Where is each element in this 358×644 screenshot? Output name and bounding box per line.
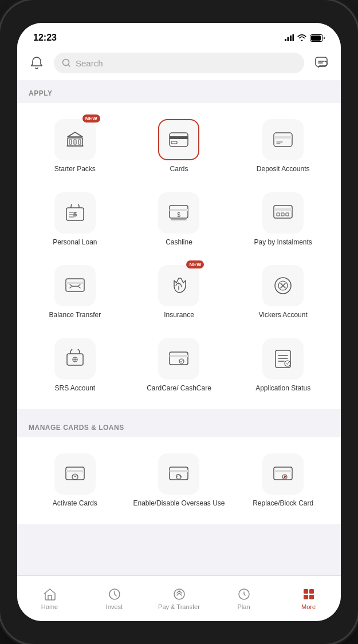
apply-grid-container: NEW Starter Packs xyxy=(17,103,341,409)
cards-item[interactable]: Cards xyxy=(128,112,230,181)
svg-rect-7 xyxy=(316,57,327,66)
vickers-account-label: Vickers Account xyxy=(259,311,308,320)
cashline-icon-box: $ xyxy=(158,192,199,234)
svg-rect-9 xyxy=(69,140,72,144)
deposit-accounts-icon-box xyxy=(262,119,304,160)
svg-rect-51 xyxy=(304,595,308,599)
loan-icon: $ xyxy=(65,204,85,222)
insurance-icon-box: NEW xyxy=(158,265,199,306)
phone-screen: 12:23 xyxy=(17,23,341,621)
vickers-icon xyxy=(273,276,293,295)
pay-transfer-label: Pay & Transfer xyxy=(158,603,200,610)
svg-rect-20 xyxy=(170,209,188,211)
bell-button[interactable] xyxy=(26,53,47,73)
vickers-account-item[interactable]: Vickers Account xyxy=(232,258,334,327)
svg-rect-49 xyxy=(304,589,308,594)
svg-rect-15 xyxy=(274,133,292,147)
svg-rect-13 xyxy=(170,136,188,139)
cards-icon-box xyxy=(158,119,199,160)
svg-rect-30 xyxy=(170,352,188,365)
home-icon xyxy=(42,587,57,602)
application-status-item[interactable]: Application Status xyxy=(232,331,334,400)
manage-grid-container: Activate Cards xyxy=(17,437,341,524)
srs-icon xyxy=(65,349,85,369)
more-label: More xyxy=(301,603,316,610)
svg-rect-38 xyxy=(170,467,188,480)
search-placeholder: Search xyxy=(76,58,103,68)
transfer-icon xyxy=(65,278,85,294)
notch xyxy=(133,0,225,17)
application-status-label: Application Status xyxy=(255,384,310,393)
apply-grid: NEW Starter Packs xyxy=(24,112,334,400)
deposit-icon xyxy=(273,132,293,147)
svg-text:$: $ xyxy=(73,211,77,218)
card-icon xyxy=(169,132,188,147)
plan-icon xyxy=(237,587,251,602)
replace-icon xyxy=(273,466,293,482)
srs-account-icon-box xyxy=(54,338,96,380)
manage-section-header: MANAGE CARDS & LOANS xyxy=(17,414,341,437)
signal-icon xyxy=(285,34,294,41)
cashline-item[interactable]: $ Cashline xyxy=(128,185,230,254)
personal-loan-item[interactable]: $ Personal Loan xyxy=(24,185,126,254)
personal-loan-icon-box: $ xyxy=(54,192,96,234)
starter-packs-label: Starter Packs xyxy=(54,165,96,174)
svg-rect-36 xyxy=(66,470,84,472)
insurance-item[interactable]: NEW Insurance xyxy=(128,258,230,327)
insurance-badge: NEW xyxy=(186,260,204,268)
cardcare-cashcare-icon-box xyxy=(158,338,199,380)
svg-rect-39 xyxy=(170,470,188,472)
nav-more[interactable]: More xyxy=(276,582,341,615)
pay-by-instalments-icon-box xyxy=(262,192,304,234)
svg-rect-52 xyxy=(309,595,314,599)
cardcare-icon xyxy=(169,351,188,367)
replace-block-card-item[interactable]: Replace/Block Card xyxy=(232,447,334,515)
svg-rect-2 xyxy=(290,35,292,41)
personal-loan-label: Personal Loan xyxy=(53,238,97,247)
activate-icon xyxy=(65,466,85,482)
chat-icon xyxy=(315,57,328,69)
pay-by-instalments-label: Pay by Instalments xyxy=(254,238,312,247)
activate-cards-item[interactable]: Activate Cards xyxy=(24,447,126,515)
svg-rect-5 xyxy=(311,35,321,41)
svg-rect-16 xyxy=(274,136,292,139)
starter-packs-icon-box: NEW xyxy=(54,119,96,160)
search-bar[interactable]: Search xyxy=(54,53,304,73)
cardcare-cashcare-item[interactable]: CardCare/ CashCare xyxy=(128,331,230,400)
search-icon xyxy=(62,58,71,68)
pay-icon xyxy=(172,587,187,602)
svg-rect-24 xyxy=(66,279,84,291)
svg-rect-0 xyxy=(285,39,286,41)
home-label: Home xyxy=(41,603,58,610)
plan-label: Plan xyxy=(237,603,250,610)
enable-disable-overseas-icon-box xyxy=(158,453,199,495)
enable-disable-overseas-item[interactable]: Enable/Disable Overseas Use xyxy=(128,447,230,515)
deposit-accounts-label: Deposit Accounts xyxy=(257,165,310,174)
bank-icon xyxy=(65,130,85,149)
nav-home[interactable]: Home xyxy=(17,582,82,615)
pay-by-instalments-item[interactable]: Pay by Instalments xyxy=(232,185,334,254)
nav-pay-transfer[interactable]: Pay & Transfer xyxy=(147,582,211,615)
svg-rect-22 xyxy=(274,206,292,218)
svg-rect-35 xyxy=(66,467,84,480)
status-icons xyxy=(285,34,325,42)
cashline-icon: $ xyxy=(169,205,188,221)
cards-label: Cards xyxy=(170,165,188,174)
starter-packs-badge: NEW xyxy=(82,114,100,123)
starter-packs-item[interactable]: NEW Starter Packs xyxy=(24,112,126,181)
svg-text:$: $ xyxy=(178,212,181,218)
deposit-accounts-item[interactable]: Deposit Accounts xyxy=(232,112,334,181)
nav-plan[interactable]: Plan xyxy=(211,582,276,615)
srs-account-item[interactable]: SRS Account xyxy=(24,331,126,400)
chat-button[interactable] xyxy=(311,53,332,73)
nav-invest[interactable]: Invest xyxy=(82,582,147,615)
cardcare-cashcare-label: CardCare/ CashCare xyxy=(147,384,211,393)
more-icon xyxy=(301,587,316,602)
appstatus-icon xyxy=(274,349,292,369)
vickers-account-icon-box xyxy=(262,265,304,306)
bell-icon xyxy=(30,56,43,70)
svg-rect-23 xyxy=(274,208,292,211)
balance-transfer-icon-box xyxy=(54,265,96,306)
balance-transfer-item[interactable]: Balance Transfer xyxy=(24,258,126,327)
invest-label: Invest xyxy=(106,603,123,610)
